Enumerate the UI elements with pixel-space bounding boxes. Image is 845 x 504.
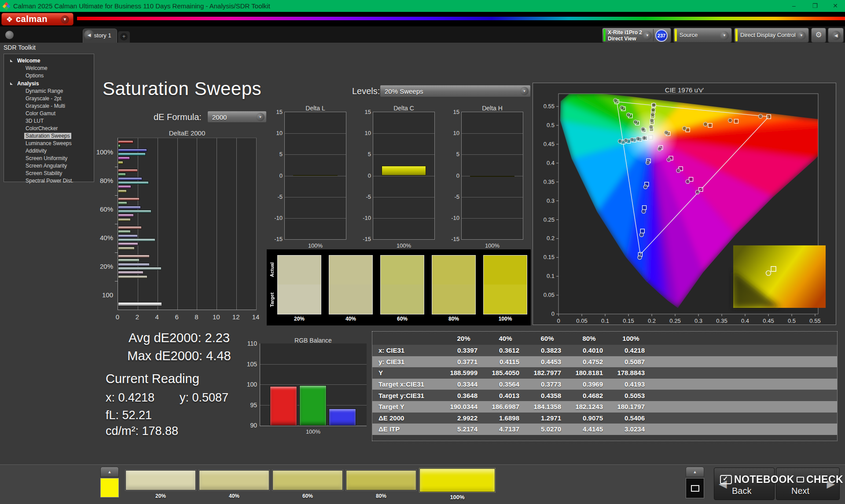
table-cell: 0.3773 — [526, 380, 568, 388]
close-button[interactable]: ✕ — [827, 0, 844, 12]
measurement-marker — [651, 108, 655, 112]
measurement-marker — [686, 179, 690, 183]
sidebar-item-luminance-sweeps[interactable]: Luminance Sweeps — [4, 140, 94, 147]
sidebar-item-color-gamut[interactable]: Color Gamut — [4, 110, 94, 117]
back-label: Back — [732, 486, 751, 496]
pattern-window-button[interactable] — [686, 478, 704, 498]
table-col-header: 100% — [610, 335, 652, 342]
deltaE-bar — [118, 275, 147, 278]
swatch-row-label-actual: Actual — [269, 256, 276, 284]
measurement-marker — [683, 126, 687, 130]
deltaE-bar — [118, 185, 131, 188]
deltaE-bar — [118, 190, 127, 193]
deltaE-bar — [118, 169, 138, 172]
pattern-button-60%[interactable]: 60% — [272, 467, 343, 502]
measurement-marker — [639, 233, 643, 237]
sidebar-item-options[interactable]: Options — [4, 72, 94, 80]
svg-text:0.05: 0.05 — [544, 292, 555, 298]
table-cell: 5.0270 — [526, 425, 568, 433]
maximize-button[interactable]: ❐ — [806, 0, 824, 12]
measurement-marker — [627, 113, 631, 117]
sidebar-item-screen-uniformity[interactable]: Screen Uniformity — [4, 155, 94, 162]
svg-text:0.4: 0.4 — [547, 160, 555, 166]
display-control-selector[interactable]: Direct Display Control ▼ — [734, 28, 809, 43]
pattern-tray-handle-left[interactable]: ▲ — [100, 467, 119, 477]
sidebar-item-spectral-power-dist-[interactable]: Spectral Power Dist. — [4, 177, 94, 185]
sidebar-item-3d-lut[interactable]: 3D LUT — [4, 117, 94, 125]
svg-text:0.1: 0.1 — [601, 318, 609, 324]
sidebar-item-grayscale-multi[interactable]: Grayscale - Multi — [4, 102, 94, 110]
de-formula-value: 2000 — [212, 113, 227, 121]
measurement-marker — [658, 147, 661, 151]
source-label: Source — [680, 32, 698, 38]
gear-icon: ⚙ — [815, 31, 822, 39]
source-selector[interactable]: Source ▼ — [673, 28, 732, 43]
deltaC-bar — [382, 166, 426, 175]
table-cell: 190.0344 — [443, 403, 485, 410]
sidebar-item-welcome[interactable]: Welcome — [4, 65, 94, 72]
de-formula-dropdown[interactable]: 2000 ▼ — [207, 111, 267, 123]
sidebar-item-saturation-sweeps[interactable]: Saturation Sweeps — [4, 132, 94, 140]
settings-button[interactable]: ⚙ — [811, 28, 826, 43]
tree-section-analysis[interactable]: Analysis — [4, 80, 94, 88]
svg-text:0.15: 0.15 — [623, 318, 634, 324]
next-label: Next — [791, 486, 809, 496]
title-bar: Calman 2025 Calman Ultimate for Business… — [0, 0, 845, 12]
delta-h-chart: Delta H151050-5-10-15 100% — [441, 105, 525, 251]
current-y: y: 0.5087 — [180, 391, 228, 405]
table-cell: 178.8843 — [610, 369, 652, 376]
levels-dropdown[interactable]: 20% Sweeps ▼ — [380, 85, 531, 97]
swatch-label: 100% — [483, 316, 527, 322]
pattern-buttons: 20%40%60%80%100% — [125, 467, 504, 503]
add-tab-button[interactable]: + — [118, 31, 130, 43]
pattern-button-80%[interactable]: 80% — [346, 467, 416, 502]
calman-diamond-icon — [3, 3, 10, 9]
deltaE-bar — [118, 218, 131, 221]
target-marker — [708, 124, 712, 128]
sidebar-item-colorchecker[interactable]: ColorChecker — [4, 125, 94, 132]
sidebar-item-dynamic-range[interactable]: Dynamic Range — [4, 88, 94, 95]
results-table: 20%40%60%80%100% x: CIE310.33970.36120.3… — [372, 331, 838, 441]
deltaE-bar — [118, 214, 134, 217]
pattern-swatch — [346, 470, 416, 490]
chevron-down-icon: ▼ — [256, 113, 265, 121]
svg-text:0.2: 0.2 — [648, 318, 656, 324]
calman-menu-button[interactable]: ❖ calman ▼ — [1, 13, 73, 26]
table-cell: 4.4145 — [568, 425, 610, 433]
table-row-label: ΔE 2000 — [372, 414, 443, 422]
meter-selector[interactable]: X-Rite i1Pro 2 Direct View ▼ 237 — [602, 28, 671, 43]
svg-text:0: 0 — [551, 310, 555, 317]
deltaE-title: DeltaE 2000 — [118, 129, 257, 137]
measurement-marker — [664, 131, 668, 135]
svg-text:0.1: 0.1 — [547, 273, 555, 279]
pattern-tray-handle-right[interactable]: ▲ — [686, 467, 704, 477]
deltaE-bar — [118, 206, 141, 209]
sidebar-collapse-button[interactable]: ◀ — [84, 30, 94, 40]
pattern-label: 40% — [199, 493, 269, 499]
sidebar-item-screen-angularity[interactable]: Screen Angularity — [4, 162, 94, 170]
collapse-panel-button[interactable]: ◀ — [828, 28, 844, 43]
sidebar-item-additivity[interactable]: Additivity — [4, 147, 94, 155]
swatch-label: 80% — [432, 316, 476, 322]
svg-text:0.55: 0.55 — [809, 318, 820, 324]
table-col-header: 60% — [526, 335, 568, 342]
meter-status-bar — [603, 29, 606, 41]
tree-section-welcome[interactable]: Welcome — [4, 57, 94, 65]
current-reading-heading: Current Reading — [106, 372, 199, 386]
minimize-button[interactable]: – — [785, 0, 803, 12]
sidebar-dot — [5, 31, 14, 39]
swatch-label: 20% — [277, 316, 321, 322]
deltaE-bar — [118, 181, 149, 184]
sidebar-item-screen-stability[interactable]: Screen Stability — [4, 170, 94, 177]
table-cell: 182.1243 — [568, 403, 610, 410]
table-cell: 186.6987 — [485, 403, 526, 410]
pattern-button-20%[interactable]: 20% — [125, 467, 196, 502]
cie-title: CIE 1976 u'v' — [533, 86, 836, 94]
de-formula-label: dE Formula: — [154, 112, 202, 122]
pattern-button-100%[interactable]: 100% — [419, 467, 495, 502]
measurement-marker — [633, 120, 637, 124]
svg-text:0.25: 0.25 — [544, 216, 555, 223]
measurement-marker — [641, 127, 645, 131]
sidebar-item-grayscale-2pt[interactable]: Grayscale - 2pt — [4, 95, 94, 102]
pattern-button-40%[interactable]: 40% — [199, 467, 269, 502]
